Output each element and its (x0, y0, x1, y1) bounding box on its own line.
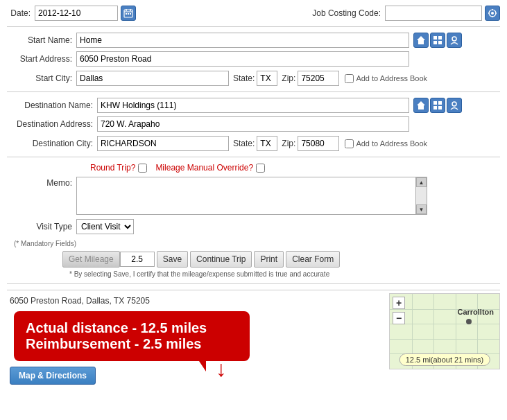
dest-name-row: Destination Name: (7, 98, 500, 113)
start-addr-book-label[interactable]: Add to Address Book (345, 74, 427, 83)
svg-rect-14 (433, 36, 437, 40)
job-costing-section: Job Costing Code: (309, 6, 500, 21)
job-costing-input[interactable] (385, 6, 482, 21)
start-home-icon[interactable] (413, 33, 429, 48)
svg-rect-17 (438, 41, 442, 44)
map-city-label: Carrollton (457, 308, 494, 316)
start-city-input[interactable] (76, 71, 229, 86)
scrollbar-down[interactable]: ▼ (416, 204, 427, 214)
svg-rect-4 (126, 13, 127, 15)
job-costing-icon[interactable] (485, 6, 500, 21)
distance-badge: 12.5 mi(about 21 mins) (399, 353, 490, 366)
svg-point-8 (491, 12, 494, 15)
svg-rect-23 (438, 106, 442, 110)
dest-zip-input[interactable] (298, 136, 339, 151)
dest-name-icons (412, 98, 462, 113)
continue-trip-button[interactable]: Continue Trip (190, 251, 252, 268)
start-name-icons (412, 33, 462, 48)
map-zoom-out[interactable]: − (393, 312, 405, 324)
job-costing-label: Job Costing Code: (309, 8, 385, 18)
round-trip-label: Round Trip? (90, 163, 135, 173)
tooltip-line1: Actual distance - 12.5 miles (26, 320, 238, 336)
dest-address-row: Destination Address: (7, 116, 500, 132)
mmo-checkbox[interactable] (256, 164, 265, 173)
svg-rect-16 (433, 41, 437, 44)
map-left-panel: 6050 Preston Road, Dallas, TX 75205 Actu… (7, 293, 385, 387)
map-location-dot (466, 319, 472, 324)
date-label: Date: (7, 8, 35, 18)
action-buttons-row: Get Mileage Save Continue Trip Print Cle… (62, 251, 500, 268)
dest-grid-icon[interactable] (430, 98, 445, 113)
start-state-input[interactable] (257, 71, 277, 86)
dest-address-input[interactable] (97, 116, 409, 132)
mmo-label: Mileage Manual Override? (155, 163, 253, 173)
divider-2 (7, 91, 500, 92)
memo-container: ▲ ▼ (76, 177, 427, 215)
start-city-label: Start City: (7, 73, 76, 83)
visit-type-label: Visit Type (7, 222, 76, 231)
start-name-row: Start Name: (7, 33, 500, 48)
calendar-icon[interactable] (121, 6, 136, 21)
dest-home-icon[interactable] (413, 98, 429, 113)
date-section: Date: (7, 6, 295, 21)
map-thumbnail: + − Carrollton 12.5 mi(about 21 mins) (389, 293, 500, 369)
tooltip-box: Actual distance - 12.5 miles Reimburseme… (14, 311, 250, 361)
svg-rect-6 (130, 13, 131, 15)
start-address-label: Start Address: (7, 54, 76, 64)
svg-rect-22 (433, 106, 437, 110)
divider-3 (7, 157, 500, 157)
svg-rect-5 (128, 13, 129, 15)
divider-4 (7, 283, 500, 284)
start-name-label: Start Name: (7, 35, 76, 45)
map-grid-h2 (390, 324, 499, 324)
start-city-row: Start City: State: Zip: Add to Address B… (7, 71, 500, 86)
memo-label: Memo: (7, 177, 76, 188)
start-address-icon[interactable] (447, 33, 462, 48)
svg-marker-19 (417, 101, 425, 110)
start-zip-input[interactable] (298, 71, 339, 86)
divider-1 (7, 26, 500, 27)
round-trip-checkbox[interactable] (138, 164, 147, 173)
start-name-input[interactable] (76, 33, 409, 48)
dest-city-input[interactable] (97, 136, 229, 151)
dest-city-row: Destination City: State: Zip: Add to Add… (7, 136, 500, 151)
start-state-label: State: (233, 73, 255, 83)
dest-address-label: Destination Address: (7, 119, 97, 129)
memo-input[interactable] (76, 177, 416, 215)
get-mileage-button[interactable]: Get Mileage (62, 251, 120, 268)
map-grid-h3 (390, 339, 499, 340)
dest-name-label: Destination Name: (7, 100, 97, 110)
svg-point-18 (452, 37, 456, 41)
dest-name-input[interactable] (97, 98, 409, 113)
dest-addr-book-label[interactable]: Add to Address Book (345, 139, 427, 148)
clear-form-button[interactable]: Clear Form (286, 251, 340, 268)
main-container: Date: Job Costing Code: (0, 0, 507, 393)
map-address-display: 6050 Preston Road, Dallas, TX 75205 (7, 293, 385, 308)
date-input[interactable] (35, 6, 118, 21)
mandatory-note: (* Mandatory Fields) (14, 238, 500, 248)
svg-rect-21 (438, 101, 442, 105)
start-address-input[interactable] (76, 51, 409, 67)
certify-note: * By selecting Save, I certify that the … (69, 270, 500, 278)
memo-scrollbar: ▲ ▼ (416, 177, 427, 215)
top-row: Date: Job Costing Code: (7, 6, 500, 21)
visit-type-row: Visit Type Client Visit Other (7, 219, 500, 234)
print-button[interactable]: Print (254, 251, 284, 268)
save-button[interactable]: Save (157, 251, 188, 268)
dest-state-input[interactable] (257, 136, 277, 151)
start-grid-icon[interactable] (430, 33, 445, 48)
map-row: 6050 Preston Road, Dallas, TX 75205 Actu… (7, 290, 500, 387)
dest-address-icon[interactable] (447, 98, 462, 113)
visit-type-select[interactable]: Client Visit Other (76, 219, 134, 234)
svg-point-24 (452, 102, 456, 106)
scrollbar-up[interactable]: ▲ (416, 177, 427, 187)
start-addr-book-checkbox[interactable] (345, 74, 354, 83)
map-directions-button[interactable]: Map & Directions (10, 367, 96, 385)
dest-addr-book-checkbox[interactable] (345, 139, 354, 148)
scrollbar-track (416, 187, 427, 204)
start-address-row: Start Address: (7, 51, 500, 67)
svg-rect-15 (438, 36, 442, 40)
mileage-input[interactable] (120, 252, 155, 267)
start-zip-label: Zip: (282, 73, 295, 83)
map-zoom-in[interactable]: + (393, 297, 405, 309)
